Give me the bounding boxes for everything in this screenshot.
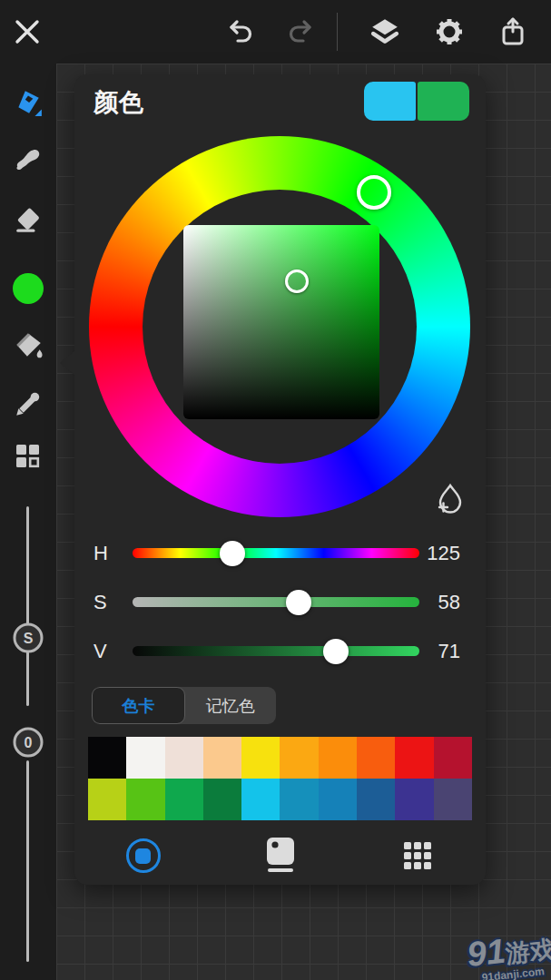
tab-memory-colors[interactable]: 记忆色 xyxy=(185,687,277,724)
sv-selector[interactable] xyxy=(285,270,309,293)
saturation-value-square[interactable] xyxy=(183,225,379,419)
saturation-slider-handle[interactable] xyxy=(286,590,311,615)
hue-slider-label: H xyxy=(93,542,108,565)
value-slider-value: 71 xyxy=(409,640,460,663)
palette-swatch[interactable] xyxy=(203,737,241,779)
close-icon[interactable] xyxy=(7,12,47,52)
app-screen: S 0 颜色 xyxy=(0,0,551,980)
saturation-slider-track[interactable] xyxy=(133,597,419,607)
color-card-palette xyxy=(88,737,472,820)
opacity-handle[interactable]: 0 xyxy=(14,728,44,758)
fill-bucket-tool-button[interactable] xyxy=(10,327,46,363)
palette-swatch[interactable] xyxy=(434,779,472,820)
eyedropper-tool-button[interactable] xyxy=(10,386,46,422)
palette-swatch[interactable] xyxy=(357,779,395,820)
current-color-dot xyxy=(13,273,44,304)
saturation-slider-label: S xyxy=(93,591,107,614)
current-color-button[interactable] xyxy=(10,270,46,307)
brush-size-track[interactable] xyxy=(26,506,29,706)
palette-swatch[interactable] xyxy=(241,779,280,820)
smudge-tool-button[interactable] xyxy=(10,141,46,177)
top-toolbar xyxy=(0,0,551,64)
toolbar-divider xyxy=(337,13,338,51)
brush-tool-button[interactable] xyxy=(10,84,46,121)
palette-swatch[interactable] xyxy=(434,737,472,779)
eraser-tool-button[interactable] xyxy=(10,202,46,239)
brush-size-handle[interactable]: S xyxy=(14,623,44,653)
color-pair xyxy=(364,82,469,121)
saturation-slider-row: S 58 xyxy=(74,589,486,616)
opacity-track[interactable] xyxy=(26,760,29,962)
grid-mode-button[interactable] xyxy=(390,835,445,877)
panel-title: 颜色 xyxy=(93,86,144,119)
tool-sidebar: S 0 xyxy=(0,64,56,980)
wheel-mode-button[interactable] xyxy=(116,835,171,877)
hue-slider-row: H 125 xyxy=(74,540,486,567)
palette-swatch[interactable] xyxy=(319,737,357,779)
undo-icon[interactable] xyxy=(221,12,261,52)
value-slider-label: V xyxy=(93,640,107,663)
saturation-slider-value: 58 xyxy=(409,591,460,614)
color-wheel xyxy=(89,136,470,517)
tab-color-card[interactable]: 色卡 xyxy=(92,687,185,724)
hue-selector[interactable] xyxy=(357,175,391,210)
share-export-icon[interactable] xyxy=(493,12,533,52)
picker-mode-bar xyxy=(74,833,486,878)
palette-swatch[interactable] xyxy=(88,737,126,779)
palette-swatch[interactable] xyxy=(395,737,433,779)
palette-swatch[interactable] xyxy=(165,779,203,820)
hue-slider-handle[interactable] xyxy=(220,541,245,566)
palette-swatch[interactable] xyxy=(126,779,164,820)
palette-swatch[interactable] xyxy=(319,779,357,820)
swatch-palette-tool-button[interactable] xyxy=(10,438,46,475)
value-slider-track[interactable] xyxy=(133,646,419,656)
hue-slider-value: 125 xyxy=(409,542,460,565)
palette-swatch[interactable] xyxy=(88,779,126,820)
grid-mode-icon xyxy=(402,840,433,871)
value-slider-row: V 71 xyxy=(74,638,486,665)
palette-swatch[interactable] xyxy=(357,737,395,779)
color-panel: 颜色 H 125 xyxy=(74,74,486,885)
card-mode-icon xyxy=(266,837,295,875)
palette-swatch[interactable] xyxy=(165,737,203,779)
redo-icon[interactable] xyxy=(280,12,320,52)
palette-row xyxy=(88,779,472,820)
value-slider-handle[interactable] xyxy=(323,639,349,664)
palette-tabs: 色卡 记忆色 xyxy=(92,687,276,724)
card-mode-button[interactable] xyxy=(253,835,308,877)
wheel-mode-icon xyxy=(126,838,161,873)
palette-swatch[interactable] xyxy=(280,779,318,820)
palette-swatch[interactable] xyxy=(126,737,164,779)
panel-pointer-arrow xyxy=(60,350,75,376)
layers-icon[interactable] xyxy=(365,12,405,52)
palette-row xyxy=(88,737,472,779)
palette-swatch[interactable] xyxy=(241,737,280,779)
primary-color-swatch[interactable] xyxy=(418,82,469,121)
settings-gear-icon[interactable] xyxy=(429,12,469,52)
palette-swatch[interactable] xyxy=(395,779,433,820)
secondary-color-swatch[interactable] xyxy=(364,82,416,121)
hue-slider-track[interactable] xyxy=(133,548,419,558)
add-color-droplet-icon[interactable] xyxy=(433,482,467,516)
palette-swatch[interactable] xyxy=(203,779,241,820)
palette-swatch[interactable] xyxy=(280,737,318,779)
